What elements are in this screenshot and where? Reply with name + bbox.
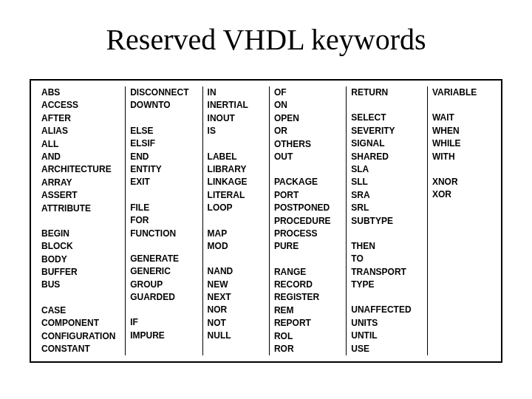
keyword: SHARED: [351, 151, 423, 163]
keyword: TRANSPORT: [351, 266, 423, 279]
keyword: LITERAL: [208, 189, 265, 202]
keyword: SRL: [351, 202, 423, 214]
keyword-group: MAPMOD: [208, 228, 265, 253]
keyword: BLOCK: [41, 240, 120, 253]
keyword-column: DISCONNECTDOWNTOELSEELSIFENDENTITYEXITFI…: [125, 86, 202, 355]
keyword-group: IFIMPURE: [130, 316, 197, 342]
keyword: ABS: [41, 86, 120, 99]
keyword: PROCEDURE: [274, 215, 341, 228]
keyword: SRA: [351, 189, 423, 202]
keyword: FOR: [130, 214, 197, 227]
keyword-group: BEGINBLOCKBODYBUFFERBUS: [41, 228, 120, 292]
keyword-group: VARIABLE: [432, 86, 491, 99]
keyword: WITH: [432, 151, 491, 163]
keyword-group: CASECOMPONENTCONFIGURATIONCONSTANT: [41, 304, 120, 356]
keyword-group: FILEFORFUNCTION: [130, 202, 197, 240]
keyword: UNAFFECTED: [351, 304, 423, 316]
keyword: DOWNTO: [130, 99, 197, 112]
keyword-group: SELECTSEVERITYSIGNALSHAREDSLASLLSRASRLSU…: [351, 112, 423, 228]
keyword: ATTRIBUTE: [41, 202, 120, 215]
keyword: POSTPONED: [274, 202, 341, 214]
keyword: RETURN: [351, 86, 423, 99]
keyword: OF: [274, 86, 341, 99]
keyword: REPORT: [274, 317, 341, 330]
keyword: SLL: [351, 176, 423, 188]
keyword: OPEN: [274, 112, 341, 125]
keyword: IMPURE: [130, 330, 197, 342]
keyword: IF: [130, 316, 197, 329]
keyword-group: RETURN: [351, 86, 423, 99]
keyword: LIBRARY: [208, 163, 265, 176]
keyword: ASSERT: [41, 189, 120, 202]
keyword: ARRAY: [41, 177, 120, 189]
keyword: BUS: [41, 279, 120, 291]
keyword: NEW: [208, 279, 265, 291]
keyword-group: LABELLIBRARYLINKAGELITERALLOOP: [208, 151, 265, 215]
keyword-column: ININERTIALINOUTISLABELLIBRARYLINKAGELITE…: [202, 86, 269, 355]
keyword: ROR: [274, 343, 341, 355]
keyword: WHEN: [432, 125, 491, 137]
keyword-column: OFONOPENOROTHERSOUTPACKAGEPORTPOSTPONEDP…: [269, 86, 346, 355]
keyword: USE: [351, 343, 423, 355]
keyword: ON: [274, 99, 341, 112]
page-title: Reserved VHDL keywords: [30, 22, 502, 57]
keyword: ENTITY: [130, 163, 197, 176]
keyword: RANGE: [274, 266, 341, 279]
keyword-column: VARIABLEWAITWHENWHILEWITHXNORXOR: [427, 86, 495, 355]
keyword: CASE: [41, 304, 120, 317]
keyword: GUARDED: [130, 291, 197, 304]
keyword: COMPONENT: [41, 317, 120, 330]
keyword: OR: [274, 125, 341, 137]
keyword: ELSE: [130, 125, 197, 137]
keyword: EXIT: [130, 176, 197, 188]
keyword-group: PACKAGEPORTPOSTPONEDPROCEDUREPROCESSPURE: [274, 176, 341, 253]
keyword-group: GENERATEGENERICGROUPGUARDED: [130, 253, 197, 304]
keyword: SLA: [351, 163, 423, 176]
keyword: BODY: [41, 253, 120, 266]
keyword: UNITS: [351, 317, 423, 330]
keyword: CONSTANT: [41, 343, 120, 355]
keyword: XOR: [432, 188, 491, 201]
keyword: RECORD: [274, 279, 341, 291]
keyword: ARCHITECTURE: [41, 163, 120, 176]
keyword: LABEL: [208, 151, 265, 163]
keyword: IN: [208, 86, 265, 99]
keyword: AND: [41, 151, 120, 163]
keyword: FILE: [130, 202, 197, 214]
keyword-column: ABSACCESSAFTERALIASALLANDARCHITECTUREARR…: [37, 86, 125, 355]
keyword: PROCESS: [274, 228, 341, 240]
keyword-table: ABSACCESSAFTERALIASALLANDARCHITECTUREARR…: [30, 79, 502, 363]
keyword: REM: [274, 304, 341, 317]
keyword-group: WAITWHENWHILEWITH: [432, 112, 491, 163]
keyword-group: ININERTIALINOUTIS: [208, 86, 265, 138]
keyword: VARIABLE: [432, 86, 491, 99]
keyword: SIGNAL: [351, 137, 423, 150]
keyword: INOUT: [208, 112, 265, 125]
keyword: ACCESS: [41, 99, 120, 112]
keyword: ROL: [274, 330, 341, 343]
keyword-group: OFONOPENOROTHERSOUT: [274, 86, 341, 163]
keyword: MOD: [208, 240, 265, 253]
keyword: GENERIC: [130, 265, 197, 278]
keyword-group: ABSACCESSAFTERALIASALLANDARCHITECTUREARR…: [41, 86, 120, 215]
keyword: REGISTER: [274, 291, 341, 304]
keyword: ALIAS: [41, 125, 120, 137]
keyword: AFTER: [41, 112, 120, 125]
keyword: THEN: [351, 240, 423, 253]
keyword: SEVERITY: [351, 125, 423, 137]
keyword-column: RETURNSELECTSEVERITYSIGNALSHAREDSLASLLSR…: [346, 86, 427, 355]
keyword: LINKAGE: [208, 176, 265, 188]
keyword: SUBTYPE: [351, 215, 423, 228]
keyword: INERTIAL: [208, 99, 265, 112]
keyword-group: NANDNEWNEXTNORNOTNULL: [208, 265, 265, 342]
slide: Reserved VHDL keywords ABSACCESSAFTERALI…: [0, 0, 532, 399]
keyword: FUNCTION: [130, 228, 197, 240]
keyword: TO: [351, 253, 423, 265]
keyword: PURE: [274, 240, 341, 253]
keyword: NULL: [208, 330, 265, 342]
keyword: SELECT: [351, 112, 423, 124]
keyword-group: RANGERECORDREGISTERREMREPORTROLROR: [274, 266, 341, 356]
keyword: BEGIN: [41, 228, 120, 240]
keyword: END: [130, 151, 197, 163]
keyword: CONFIGURATION: [41, 330, 120, 343]
